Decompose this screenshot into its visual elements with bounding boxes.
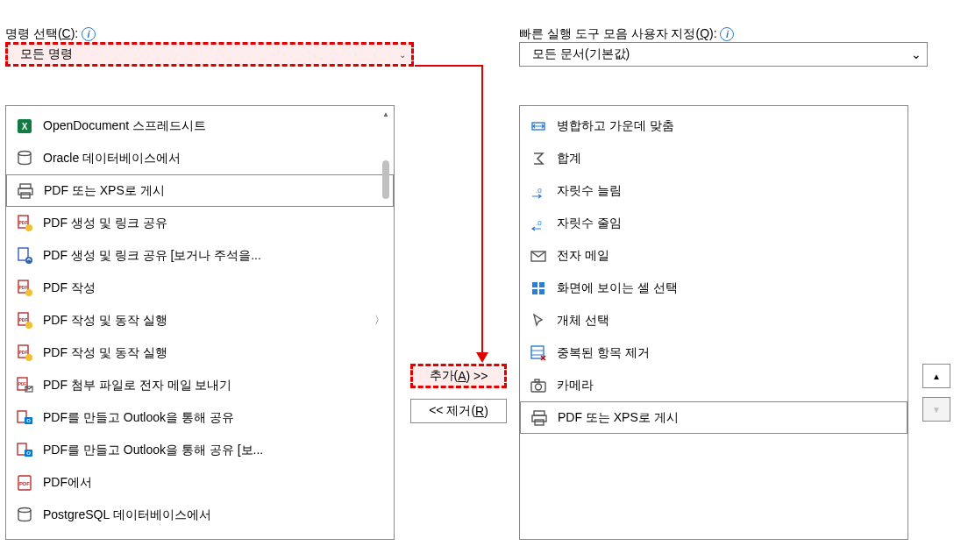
list-item[interactable]: XOpenDocument 스프레드시트 bbox=[6, 110, 394, 142]
list-item-label: PDF를 만들고 Outlook을 통해 공유 bbox=[43, 410, 385, 426]
list-item[interactable]: 화면에 보이는 셀 선택 bbox=[520, 272, 908, 304]
db-icon bbox=[15, 506, 34, 525]
add-button[interactable]: 추가(A) >> bbox=[410, 364, 507, 388]
pdf-create-icon: PDF bbox=[15, 214, 34, 233]
list-item[interactable]: PDFPDF 작성 및 동작 실행 bbox=[6, 337, 394, 369]
list-item[interactable]: PDF 생성 및 링크 공유 [보거나 주석을... bbox=[6, 239, 394, 272]
list-item[interactable]: PostgreSQL 데이터베이스에서 bbox=[6, 499, 394, 531]
info-icon[interactable]: i bbox=[720, 27, 734, 41]
pdf-file-icon: PDF bbox=[15, 473, 34, 493]
btn-text-suffix: ) bbox=[484, 404, 488, 418]
scroll-thumb[interactable] bbox=[382, 160, 389, 199]
remove-button[interactable]: << 제거(R) bbox=[410, 399, 507, 423]
svg-point-2 bbox=[18, 151, 31, 155]
svg-rect-3 bbox=[20, 184, 31, 188]
command-list[interactable]: XOpenDocument 스프레드시트Oracle 데이터베이스에서PDF 또… bbox=[5, 105, 395, 540]
sum-icon bbox=[529, 149, 548, 168]
label-text: 빠른 실행 도구 모음 사용자 지정( bbox=[519, 26, 700, 40]
list-item-label: PDF에서 bbox=[43, 475, 385, 491]
list-item[interactable]: 병합하고 가운데 맞춤 bbox=[520, 110, 908, 142]
list-item[interactable]: .0자릿수 늘림 bbox=[520, 174, 908, 207]
grid-icon bbox=[529, 279, 548, 298]
list-item[interactable]: PDFPDF 생성 및 링크 공유 bbox=[6, 207, 394, 239]
list-item-label: 전자 메일 bbox=[557, 248, 899, 264]
svg-rect-42 bbox=[539, 289, 544, 294]
list-item-label: PDF 또는 XPS로 게시 bbox=[558, 410, 898, 426]
pdf-outlook-icon: O bbox=[15, 441, 34, 460]
btn-accel: R bbox=[475, 404, 484, 418]
scrollbar[interactable]: ▲ bbox=[380, 108, 392, 537]
mail-icon bbox=[529, 246, 548, 266]
pdf-create-icon: PDF bbox=[15, 311, 34, 330]
list-item[interactable]: PDF 또는 XPS로 게시 bbox=[520, 401, 908, 434]
btn-text-prefix: << 제거( bbox=[429, 403, 475, 419]
svg-text:X: X bbox=[22, 122, 28, 131]
svg-point-13 bbox=[25, 289, 32, 296]
decimal-inc-icon: .0 bbox=[529, 181, 548, 201]
command-select-dropdown[interactable]: 모든 명령 ⌄ bbox=[5, 42, 414, 67]
svg-text:PDF: PDF bbox=[19, 481, 30, 486]
pdf-outlook-icon: O bbox=[15, 408, 34, 428]
list-item-label: PDF 첨부 파일로 전자 메일 보내기 bbox=[43, 378, 385, 393]
info-icon[interactable]: i bbox=[82, 27, 96, 41]
list-item[interactable]: PDF 또는 XPS로 게시 bbox=[6, 174, 394, 207]
list-item[interactable]: 카메라 bbox=[520, 369, 908, 401]
svg-text:PDF: PDF bbox=[18, 382, 26, 386]
pdf-share-icon bbox=[15, 246, 34, 266]
move-up-button[interactable]: ▲ bbox=[922, 364, 950, 388]
chevron-down-icon: ⌄ bbox=[399, 50, 406, 60]
move-down-button: ▼ bbox=[922, 397, 950, 422]
customize-for-dropdown[interactable]: 모든 문서(기본값) ⌄ bbox=[519, 42, 928, 67]
btn-accel: A bbox=[458, 369, 466, 383]
list-item[interactable]: .0자릿수 줄임 bbox=[520, 207, 908, 239]
svg-point-48 bbox=[536, 384, 542, 390]
svg-text:PDF: PDF bbox=[19, 220, 28, 225]
svg-text:.0: .0 bbox=[536, 219, 542, 227]
list-item-label: 화면에 보이는 셀 선택 bbox=[557, 280, 899, 296]
list-item-label: PDF 또는 XPS로 게시 bbox=[44, 183, 384, 199]
list-item[interactable]: OPDF를 만들고 Outlook을 통해 공유 bbox=[6, 401, 394, 434]
list-item[interactable]: PDFPDF 첨부 파일로 전자 메일 보내기 bbox=[6, 369, 394, 401]
list-item-label: Oracle 데이터베이스에서 bbox=[43, 151, 385, 167]
svg-rect-49 bbox=[534, 411, 544, 415]
decimal-dec-icon: .0 bbox=[529, 214, 548, 233]
dropdown-value: 모든 문서(기본값) bbox=[532, 46, 630, 62]
db-icon bbox=[15, 149, 34, 168]
pointer-icon bbox=[529, 311, 548, 330]
list-item[interactable]: PDFPDF 작성 bbox=[6, 272, 394, 304]
dedup-icon bbox=[529, 344, 548, 363]
printer-icon bbox=[16, 181, 35, 201]
svg-text:PDF: PDF bbox=[19, 350, 28, 355]
list-item[interactable]: PDFPDF 작성 및 동작 실행〉 bbox=[6, 304, 394, 337]
list-item[interactable]: PDFPDF에서 bbox=[6, 466, 394, 499]
list-item-label: PDF 작성 bbox=[43, 280, 385, 296]
list-item[interactable]: 중복된 항목 제거 bbox=[520, 337, 908, 369]
pdf-create-icon: PDF bbox=[15, 279, 34, 298]
list-item-label: PDF 생성 및 링크 공유 [보거나 주석을... bbox=[43, 248, 385, 264]
list-item-label: OpenDocument 스프레드시트 bbox=[43, 118, 385, 134]
list-item[interactable]: OPDF를 만들고 Outlook을 통해 공유 [보... bbox=[6, 434, 394, 466]
list-item[interactable]: 전자 메일 bbox=[520, 239, 908, 272]
quick-access-list[interactable]: 병합하고 가운데 맞춤합계.0자릿수 늘림.0자릿수 줄임전자 메일화면에 보이… bbox=[519, 105, 908, 540]
list-item-label: 자릿수 줄임 bbox=[557, 216, 899, 231]
svg-point-31 bbox=[18, 507, 31, 512]
chevron-down-icon: ⌄ bbox=[911, 47, 922, 61]
svg-text:O: O bbox=[26, 418, 31, 423]
svg-text:O: O bbox=[26, 450, 31, 456]
list-item-label: 중복된 항목 제거 bbox=[557, 345, 899, 361]
list-item[interactable]: 합계 bbox=[520, 142, 908, 174]
svg-rect-51 bbox=[535, 420, 544, 425]
list-item-label: 합계 bbox=[557, 151, 899, 167]
list-item-label: PostgreSQL 데이터베이스에서 bbox=[43, 507, 385, 523]
annotation-arrow bbox=[481, 65, 483, 354]
list-item-label: PDF 작성 및 동작 실행 bbox=[43, 313, 366, 329]
list-item[interactable]: 개체 선택 bbox=[520, 304, 908, 337]
list-item-label: 자릿수 늘림 bbox=[557, 183, 899, 199]
scroll-up-icon[interactable]: ▲ bbox=[381, 108, 391, 120]
label-suffix: ): bbox=[709, 26, 717, 40]
list-item-label: 병합하고 가운데 맞춤 bbox=[557, 118, 899, 134]
label-accel: Q bbox=[700, 26, 709, 40]
annotation-arrow bbox=[415, 65, 483, 67]
list-item[interactable]: Power BI에서 [Power BI의 피벗 테이블] bbox=[6, 531, 394, 540]
list-item[interactable]: Oracle 데이터베이스에서 bbox=[6, 142, 394, 174]
